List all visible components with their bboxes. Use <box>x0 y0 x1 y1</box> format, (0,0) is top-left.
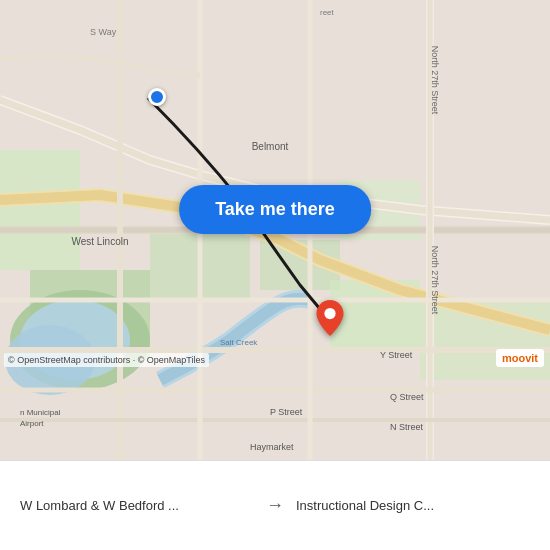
svg-text:Belmont: Belmont <box>252 141 289 152</box>
svg-rect-1 <box>0 150 80 270</box>
svg-text:S Way: S Way <box>90 27 117 37</box>
moovit-logo: moovit <box>496 349 544 367</box>
map-copyright: © OpenStreetMap contributors · © OpenMap… <box>4 353 209 367</box>
svg-text:reet: reet <box>320 8 335 17</box>
svg-text:n Municipal: n Municipal <box>20 408 61 417</box>
svg-text:North 27th Street: North 27th Street <box>430 46 440 115</box>
svg-text:West Lincoln: West Lincoln <box>71 236 128 247</box>
svg-text:Y Street: Y Street <box>380 350 413 360</box>
svg-text:N Street: N Street <box>390 422 424 432</box>
svg-text:Haymarket: Haymarket <box>250 442 294 452</box>
destination-pin <box>316 300 344 340</box>
route-to-label: Instructional Design C... <box>288 498 538 513</box>
svg-text:Salt Creek: Salt Creek <box>220 338 258 347</box>
svg-text:Airport: Airport <box>20 419 44 428</box>
current-location-dot <box>148 88 166 106</box>
route-from-label: W Lombard & W Bedford ... <box>12 498 262 513</box>
map-container: North 27th Street North 27th Street Belm… <box>0 0 550 460</box>
svg-point-37 <box>324 308 335 319</box>
svg-text:P Street: P Street <box>270 407 303 417</box>
bottom-bar: W Lombard & W Bedford ... → Instructiona… <box>0 460 550 550</box>
svg-text:Q Street: Q Street <box>390 392 424 402</box>
route-arrow-icon: → <box>262 495 288 516</box>
take-me-there-button[interactable]: Take me there <box>179 185 371 234</box>
svg-text:North 27th Street: North 27th Street <box>430 246 440 315</box>
